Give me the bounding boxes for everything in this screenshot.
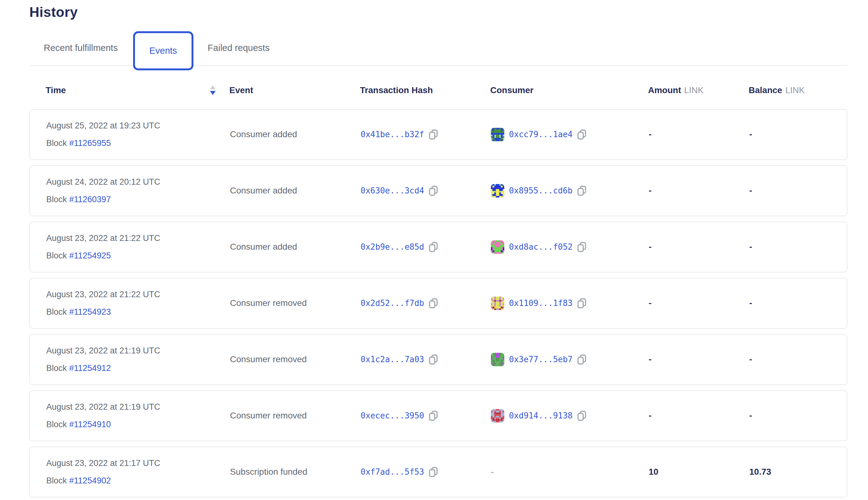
copy-icon[interactable] (429, 411, 438, 421)
tab-recent-fulfillments[interactable]: Recent fulfillments (44, 43, 118, 53)
tx-hash-link[interactable]: 0x2b9e...e85d (361, 242, 424, 252)
event-timestamp: August 24, 2022 at 20:12 UTC (46, 177, 230, 187)
block-number-link[interactable]: #11265955 (69, 138, 111, 148)
tab-bar: Recent fulfillments Events Failed reques… (30, 31, 847, 66)
tx-hash-link[interactable]: 0x41be...b32f (361, 130, 424, 139)
table-row: August 24, 2022 at 20:12 UTC Block #1126… (30, 165, 847, 216)
event-type: Consumer removed (230, 411, 361, 421)
event-type: Consumer added (230, 129, 361, 139)
copy-icon[interactable] (577, 298, 586, 308)
event-timestamp: August 23, 2022 at 21:19 UTC (46, 402, 230, 412)
event-timestamp: August 23, 2022 at 21:19 UTC (46, 346, 230, 356)
consumer-avatar (491, 184, 504, 197)
consumer-avatar (491, 409, 504, 422)
consumer-empty-dash: - (491, 467, 494, 477)
consumer-address-link[interactable]: 0x8955...cd6b (509, 186, 573, 195)
event-type: Consumer removed (230, 354, 361, 364)
block-label: Block (46, 363, 67, 373)
balance-value: - (749, 411, 847, 421)
balance-value: - (749, 354, 847, 364)
history-page: History Recent fulfillments Events Faile… (0, 0, 868, 498)
consumer-avatar (491, 297, 504, 310)
event-type: Consumer added (230, 242, 361, 252)
table-row: August 23, 2022 at 21:22 UTC Block #1125… (30, 278, 847, 329)
copy-icon[interactable] (577, 354, 586, 365)
events-table-body: August 25, 2022 at 19:23 UTC Block #1126… (30, 109, 847, 498)
amount-value: - (649, 242, 749, 252)
block-number-link[interactable]: #11254923 (69, 307, 111, 317)
event-timestamp: August 23, 2022 at 21:17 UTC (46, 458, 230, 468)
event-timestamp: August 23, 2022 at 21:22 UTC (46, 234, 230, 243)
consumer-avatar (491, 240, 504, 254)
copy-icon[interactable] (577, 411, 586, 421)
page-title: History (30, 4, 847, 20)
balance-value: - (749, 242, 847, 252)
copy-icon[interactable] (577, 129, 586, 140)
table-row: August 23, 2022 at 21:17 UTC Block #1125… (30, 446, 847, 498)
block-label: Block (46, 307, 67, 317)
balance-value: - (749, 298, 847, 308)
event-type: Subscription funded (230, 467, 361, 477)
amount-unit-label: LINK (684, 85, 704, 95)
balance-value: - (749, 129, 847, 139)
block-number-link[interactable]: #11254910 (69, 420, 111, 429)
tx-hash-link[interactable]: 0xf7ad...5f53 (361, 467, 424, 477)
tab-failed-requests[interactable]: Failed requests (208, 43, 270, 53)
column-header-consumer: Consumer (490, 85, 648, 95)
amount-value: - (649, 298, 749, 308)
copy-icon[interactable] (429, 354, 438, 365)
consumer-address-link[interactable]: 0xcc79...1ae4 (509, 130, 573, 139)
block-number-link[interactable]: #11254902 (69, 476, 111, 485)
amount-value: - (649, 186, 749, 196)
table-row: August 25, 2022 at 19:23 UTC Block #1126… (30, 109, 847, 160)
block-label: Block (46, 476, 67, 485)
table-row: August 23, 2022 at 21:19 UTC Block #1125… (30, 390, 847, 441)
copy-icon[interactable] (429, 129, 438, 140)
block-label: Block (46, 195, 67, 204)
copy-icon[interactable] (577, 242, 586, 252)
tab-events[interactable]: Events (133, 31, 193, 70)
tx-hash-link[interactable]: 0x1c2a...7a03 (361, 355, 424, 364)
event-timestamp: August 25, 2022 at 19:23 UTC (46, 121, 230, 130)
tx-hash-link[interactable]: 0xecec...3950 (361, 411, 424, 420)
event-type: Consumer removed (230, 298, 361, 308)
column-header-transaction-hash: Transaction Hash (360, 85, 490, 95)
copy-icon[interactable] (577, 186, 586, 196)
event-timestamp: August 23, 2022 at 21:22 UTC (46, 290, 230, 299)
consumer-address-link[interactable]: 0xd914...9138 (509, 411, 573, 420)
balance-unit-label: LINK (785, 85, 804, 95)
copy-icon[interactable] (429, 186, 438, 196)
copy-icon[interactable] (429, 242, 438, 252)
copy-icon[interactable] (429, 467, 438, 477)
event-type: Consumer added (230, 186, 361, 196)
column-header-time[interactable]: Time (46, 85, 229, 95)
table-row: August 23, 2022 at 21:19 UTC Block #1125… (30, 334, 847, 385)
consumer-address-link[interactable]: 0x3e77...5eb7 (509, 355, 573, 364)
copy-icon[interactable] (429, 298, 438, 308)
sort-descending-icon[interactable] (209, 85, 216, 95)
tx-hash-link[interactable]: 0x630e...3cd4 (361, 186, 424, 195)
table-header: Time Event Transaction Hash Consumer Amo… (30, 85, 847, 95)
balance-value: - (749, 186, 847, 196)
amount-value: 10 (649, 467, 749, 477)
tx-hash-link[interactable]: 0x2d52...f7db (361, 298, 424, 308)
column-header-event: Event (229, 85, 360, 95)
amount-value: - (649, 354, 749, 364)
block-number-link[interactable]: #11254912 (69, 363, 111, 373)
block-label: Block (46, 251, 67, 260)
amount-value: - (649, 411, 749, 421)
block-label: Block (46, 138, 67, 148)
consumer-address-link[interactable]: 0xd8ac...f052 (509, 242, 573, 252)
consumer-avatar (491, 353, 504, 366)
table-row: August 23, 2022 at 21:22 UTC Block #1125… (30, 221, 847, 273)
block-label: Block (46, 420, 67, 429)
column-header-time-label: Time (46, 85, 66, 95)
block-number-link[interactable]: #11254925 (69, 251, 111, 260)
block-number-link[interactable]: #11260397 (69, 195, 111, 204)
consumer-address-link[interactable]: 0x1109...1f83 (509, 298, 573, 308)
balance-value: 10.73 (749, 467, 847, 477)
column-header-amount: AmountLINK (648, 85, 749, 95)
amount-value: - (649, 129, 749, 139)
column-header-balance: BalanceLINK (749, 85, 847, 95)
consumer-avatar (491, 128, 504, 141)
